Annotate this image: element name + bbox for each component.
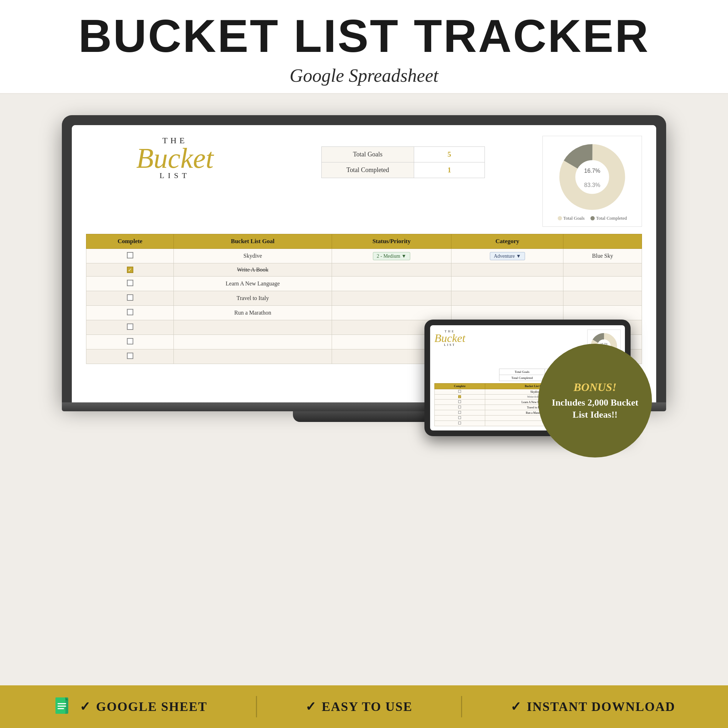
checkbox-4[interactable] — [86, 291, 174, 306]
unchecked-icon — [127, 252, 133, 258]
category-1[interactable]: Adventure ▼ — [451, 249, 563, 263]
google-sheet-label: GOOGLE SHEET — [96, 699, 207, 714]
unchecked-icon — [127, 309, 133, 315]
extra-3 — [563, 277, 642, 291]
unchecked-icon — [127, 294, 133, 301]
tablet-cb-7 — [435, 421, 485, 426]
category-2 — [451, 263, 563, 277]
instant-download-label: INSTANT DOWNLOAD — [527, 699, 675, 714]
status-4 — [332, 291, 451, 306]
extra-5 — [563, 306, 642, 320]
easy-to-use-item: ✓ EASY TO USE — [305, 699, 412, 714]
tablet-cb-4 — [435, 405, 485, 410]
status-2 — [332, 263, 451, 277]
legend-label-goals: Total Goals — [563, 216, 585, 221]
total-completed-label: Total Completed — [322, 162, 414, 178]
checkbox-1[interactable] — [86, 249, 174, 263]
legend-dot-completed — [590, 216, 595, 220]
goal-2: Write A Book — [174, 263, 332, 277]
tablet-unchecked — [458, 416, 461, 419]
unchecked-icon — [127, 353, 133, 359]
tablet-checked: ✓ — [458, 395, 461, 398]
status-5 — [332, 306, 451, 320]
col-extra — [563, 234, 642, 249]
tablet-cb-5 — [435, 410, 485, 416]
easy-to-use-label: EASY TO USE — [322, 699, 412, 714]
col-category: Category — [451, 234, 563, 249]
checkbox-3[interactable] — [86, 277, 174, 291]
instant-download-item: ✓ INSTANT DOWNLOAD — [511, 699, 675, 714]
laptop-mockup: THE Bucket LIST Total Goals 5 — [62, 115, 666, 422]
legend-total-goals: Total Goals — [558, 216, 585, 221]
tablet-completed-label: Total Completed — [499, 375, 545, 381]
checkbox-5[interactable] — [86, 306, 174, 320]
tablet-mockup: THE Bucket LIST 16.7% 83.3% Tota — [424, 320, 631, 436]
goal-6 — [174, 320, 332, 335]
spreadsheet-header: THE Bucket LIST Total Goals 5 — [86, 136, 642, 227]
logo-list: LIST — [86, 171, 264, 180]
category-5 — [451, 306, 563, 320]
unchecked-icon — [127, 280, 133, 286]
laptop-stand — [293, 411, 435, 422]
logo-bucket: Bucket — [86, 145, 264, 171]
category-badge-1: Adventure ▼ — [490, 252, 525, 260]
tablet-cb-2: ✓ — [435, 395, 485, 399]
category-4 — [451, 291, 563, 306]
check-icon-3: ✓ — [511, 699, 521, 714]
tablet-logo-bucket: Bucket — [434, 333, 465, 343]
check-icon-1: ✓ — [80, 699, 90, 714]
donut-chart: 16.7% 83.3% Total Goals Total — [543, 136, 642, 227]
divider-2 — [461, 696, 462, 717]
checked-icon: ✓ — [127, 267, 133, 273]
status-badge-1: 2 - Medium ▼ — [373, 252, 410, 260]
goal-3: Learn A New Language — [174, 277, 332, 291]
header: BUCKET LIST TRACKER Google Spreadsheet — [0, 0, 728, 94]
unchecked-icon — [127, 338, 133, 344]
checkbox-7[interactable] — [86, 335, 174, 349]
tablet-unchecked — [458, 405, 461, 408]
extra-2 — [563, 263, 642, 277]
chart-legend: Total Goals Total Completed — [558, 216, 627, 221]
tablet-cb-6 — [435, 416, 485, 421]
bonus-title: BONUS! — [574, 381, 617, 394]
col-goal: Bucket List Goal — [174, 234, 332, 249]
table-row: Travel to Italy — [86, 291, 642, 306]
checkbox-8[interactable] — [86, 349, 174, 364]
checkbox-6[interactable] — [86, 320, 174, 335]
bucket-logo: THE Bucket LIST — [86, 136, 264, 180]
extra-4 — [563, 291, 642, 306]
tablet-cb-3 — [435, 399, 485, 405]
tablet-unchecked — [458, 411, 461, 414]
goal-5: Run a Marathon — [174, 306, 332, 320]
legend-total-completed: Total Completed — [590, 216, 627, 221]
google-sheet-item: ✓ GOOGLE SHEET — [53, 696, 207, 717]
svg-rect-14 — [58, 706, 66, 707]
table-row: Learn A New Language — [86, 277, 642, 291]
divider-1 — [256, 696, 257, 717]
donut-svg: 16.7% 83.3% — [557, 141, 628, 213]
legend-label-completed: Total Completed — [596, 216, 627, 221]
table-row: Skydive 2 - Medium ▼ Adventure ▼ Blue Sk… — [86, 249, 642, 263]
stats-section: Total Goals 5 Total Completed 1 — [321, 143, 485, 178]
total-goals-value: 5 — [414, 147, 485, 162]
goal-4: Travel to Italy — [174, 291, 332, 306]
tablet-cb-1 — [435, 389, 485, 395]
status-1[interactable]: 2 - Medium ▼ — [332, 249, 451, 263]
svg-text:16.7%: 16.7% — [584, 168, 600, 174]
page-subtitle: Google Spreadsheet — [0, 65, 728, 86]
google-sheets-icon — [53, 696, 74, 717]
svg-rect-15 — [58, 708, 64, 709]
goal-8 — [174, 349, 332, 364]
tablet-unchecked — [458, 422, 461, 424]
tablet-logo: THE Bucket LIST — [434, 329, 465, 347]
main-content: THE Bucket LIST Total Goals 5 — [0, 94, 728, 443]
goal-1: Skydive — [174, 249, 332, 263]
bonus-badge: BONUS! Includes 2,000 Bucket List Ideas!… — [538, 344, 652, 457]
col-status: Status/Priority — [332, 234, 451, 249]
checkbox-2[interactable]: ✓ — [86, 263, 174, 277]
stats-table: Total Goals 5 Total Completed 1 — [321, 147, 485, 178]
bonus-text: Includes 2,000 Bucket List Ideas!! — [549, 397, 641, 421]
bottom-bar: ✓ GOOGLE SHEET ✓ EASY TO USE ✓ INSTANT D… — [0, 685, 728, 728]
table-row: Run a Marathon — [86, 306, 642, 320]
unchecked-icon — [127, 323, 133, 330]
